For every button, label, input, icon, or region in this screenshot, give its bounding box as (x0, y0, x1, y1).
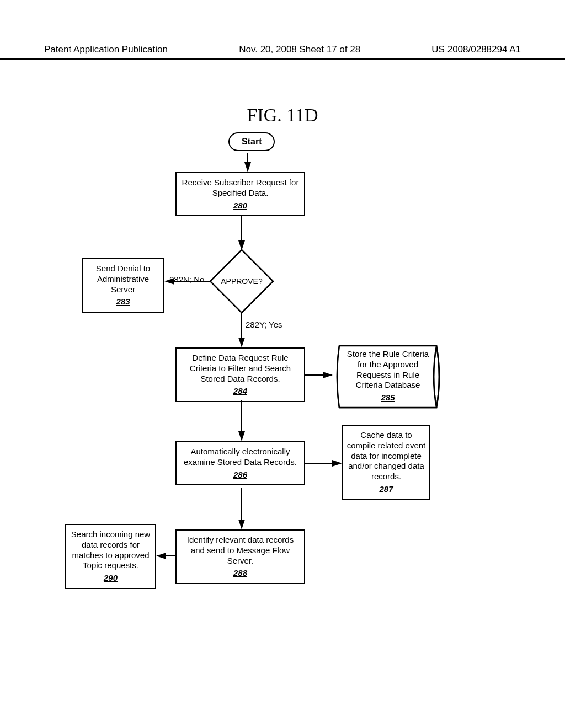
step-290-text: Search incoming new data records for mat… (71, 529, 150, 570)
db-285-ref: 285 (344, 393, 432, 403)
step-288-text: Identify relevant data records and send … (187, 535, 294, 565)
edge-yes-label: 282Y; Yes (246, 320, 282, 329)
db-285: Store the Rule Criteria for the Approved… (333, 339, 443, 414)
start-label: Start (242, 137, 262, 146)
step-280-ref: 280 (180, 201, 301, 211)
step-286-text: Automatically electronically examine Sto… (184, 447, 297, 467)
step-290: Search incoming new data records for mat… (65, 524, 156, 589)
edge-no-label: 282N; No (169, 275, 204, 284)
step-290-ref: 290 (70, 573, 152, 584)
step-286: Automatically electronically examine Sto… (175, 441, 305, 485)
decision-approve: APPROVE? (209, 248, 275, 314)
step-280: Receive Subscriber Request for Specified… (175, 172, 305, 216)
step-288-ref: 288 (180, 568, 301, 579)
step-284: Define Data Request Rule Criteria to Fil… (175, 347, 305, 402)
step-286-ref: 286 (180, 470, 301, 480)
step-284-ref: 284 (180, 386, 301, 397)
step-283: Send Denial to Administrative Server 283 (82, 258, 164, 313)
step-287: Cache data to compile related event data… (342, 425, 430, 500)
start-terminator: Start (228, 132, 275, 151)
step-280-text: Receive Subscriber Request for Specified… (182, 178, 299, 197)
db-285-text: Store the Rule Criteria for the Approved… (347, 349, 429, 389)
step-283-ref: 283 (86, 297, 160, 307)
flowchart: Start Receive Subscriber Request for Spe… (0, 0, 565, 728)
decision-label: APPROVE? (209, 248, 275, 314)
step-283-text: Send Denial to Administrative Server (96, 264, 150, 294)
step-288: Identify relevant data records and send … (175, 529, 305, 584)
step-287-text: Cache data to compile related event data… (347, 430, 426, 481)
step-287-ref: 287 (347, 484, 426, 495)
step-284-text: Define Data Request Rule Criteria to Fil… (190, 353, 291, 383)
